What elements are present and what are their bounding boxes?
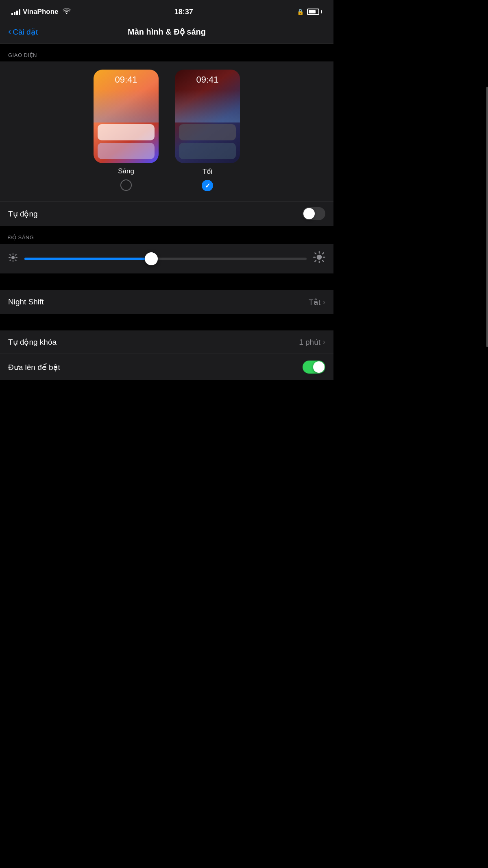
- appearance-option-light[interactable]: 09:41 Sáng: [94, 70, 159, 191]
- back-button[interactable]: ‹ Cài đặt: [8, 27, 38, 37]
- checkmark-icon: ✓: [205, 182, 210, 190]
- status-right: 🔒: [297, 9, 322, 15]
- dark-mode-preview[interactable]: 09:41: [175, 70, 240, 163]
- raise-to-wake-thumb: [313, 361, 325, 373]
- svg-line-14: [315, 253, 316, 254]
- appearance-options: 09:41 Sáng 09:41 Tối ✓: [12, 70, 321, 191]
- divider-gap-2: [0, 314, 333, 330]
- light-phone-time: 09:41: [94, 74, 159, 85]
- settings-list: Tự động khóa 1 phút › Đưa lên để bật: [0, 330, 333, 380]
- status-left: VinaPhone: [11, 8, 71, 16]
- light-mode-radio[interactable]: [120, 179, 132, 191]
- battery-indicator: [307, 9, 322, 15]
- toggle-thumb: [303, 208, 315, 219]
- page-title: Màn hình & Độ sáng: [128, 27, 206, 37]
- night-shift-value-container: Tắt ›: [309, 297, 325, 307]
- brightness-fill: [24, 258, 151, 260]
- night-shift-label: Night Shift: [8, 297, 44, 306]
- svg-line-6: [15, 260, 16, 261]
- brightness-slider[interactable]: [24, 258, 307, 260]
- auto-lock-value-container: 1 phút ›: [299, 338, 325, 347]
- raise-to-wake-label: Đưa lên để bật: [8, 363, 60, 372]
- auto-lock-row[interactable]: Tự động khóa 1 phút ›: [0, 330, 333, 354]
- light-phone-art: [94, 90, 159, 122]
- carrier-label: VinaPhone: [23, 8, 59, 16]
- auto-toggle[interactable]: [303, 207, 325, 220]
- auto-lock-value: 1 phút: [299, 338, 320, 347]
- svg-point-0: [11, 256, 15, 259]
- status-time: 18:37: [174, 8, 193, 16]
- raise-to-wake-row: Đưa lên để bật: [0, 354, 333, 380]
- lock-icon: 🔒: [297, 9, 304, 15]
- svg-line-15: [322, 260, 324, 262]
- dark-phone-art: [175, 90, 240, 122]
- auto-toggle-row: Tự động: [0, 201, 333, 226]
- svg-line-17: [322, 253, 324, 254]
- auto-label: Tự động: [8, 209, 38, 219]
- appearance-section-header: GIAO DIỆN: [0, 44, 333, 61]
- svg-line-8: [15, 254, 16, 255]
- dark-mode-label: Tối: [203, 167, 212, 176]
- wifi-icon: [63, 8, 71, 16]
- brightness-section-label: ĐỘ SÁNG: [8, 234, 34, 241]
- appearance-card: 09:41 Sáng 09:41 Tối ✓: [0, 61, 333, 201]
- light-mode-label: Sáng: [118, 167, 134, 175]
- brightness-low-icon: [8, 253, 18, 265]
- dark-phone-widgets: [175, 120, 240, 163]
- chevron-right-icon-2: ›: [323, 338, 325, 346]
- night-shift-row[interactable]: Night Shift Tắt ›: [0, 290, 333, 314]
- back-label: Cài đặt: [13, 27, 38, 37]
- dark-mode-radio[interactable]: ✓: [202, 180, 213, 191]
- light-phone-widgets: [94, 120, 159, 163]
- brightness-section-header: ĐỘ SÁNG: [0, 226, 333, 244]
- svg-line-7: [10, 260, 11, 261]
- divider-gap-1: [0, 273, 333, 290]
- night-shift-card: Night Shift Tắt ›: [0, 290, 333, 314]
- signal-icon: [11, 9, 20, 15]
- light-mode-preview[interactable]: 09:41: [94, 70, 159, 163]
- status-bar: VinaPhone 18:37 🔒: [0, 0, 333, 22]
- raise-to-wake-toggle[interactable]: [303, 361, 325, 374]
- chevron-right-icon: ›: [323, 298, 325, 306]
- chevron-left-icon: ‹: [8, 27, 11, 36]
- night-shift-value: Tắt: [309, 297, 320, 307]
- appearance-option-dark[interactable]: 09:41 Tối ✓: [175, 70, 240, 191]
- brightness-thumb[interactable]: [145, 252, 158, 265]
- svg-line-5: [10, 254, 11, 255]
- svg-line-16: [315, 260, 316, 262]
- brightness-slider-row: [0, 244, 333, 273]
- dark-phone-time: 09:41: [175, 74, 240, 85]
- brightness-high-icon: [313, 251, 325, 266]
- appearance-section-label: GIAO DIỆN: [8, 52, 37, 58]
- navigation-bar: ‹ Cài đặt Màn hình & Độ sáng: [0, 22, 333, 44]
- auto-lock-label: Tự động khóa: [8, 337, 57, 347]
- svg-point-9: [317, 255, 322, 260]
